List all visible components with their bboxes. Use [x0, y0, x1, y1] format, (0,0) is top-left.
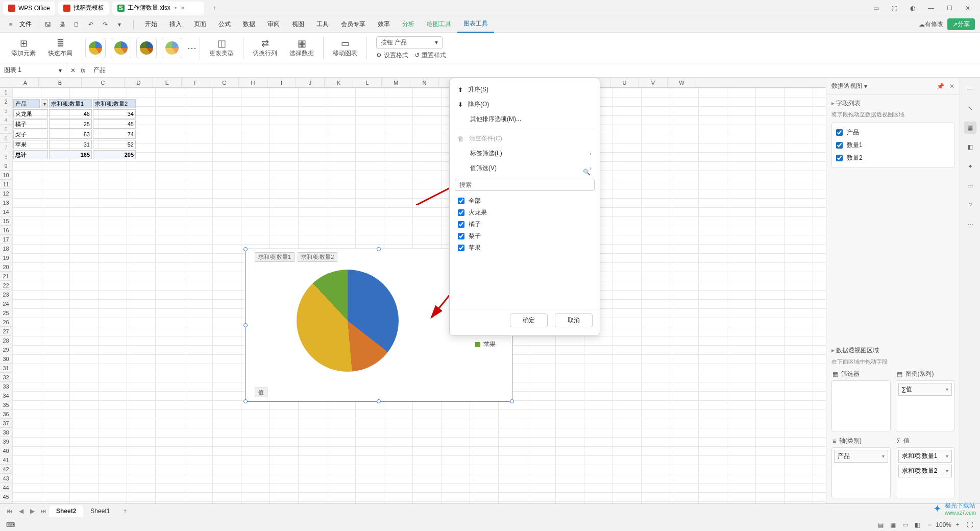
menu-page[interactable]: 页面: [188, 16, 212, 33]
menu-start[interactable]: 开始: [139, 16, 163, 33]
undo-icon[interactable]: ↶: [85, 19, 96, 30]
select-all-corner[interactable]: [0, 78, 12, 87]
resize-handle[interactable]: [243, 247, 248, 251]
row-header[interactable]: 30: [0, 354, 12, 364]
col-header[interactable]: K: [325, 78, 353, 87]
row-header[interactable]: 20: [0, 262, 12, 272]
legend-chip[interactable]: 求和项:数量1: [255, 252, 295, 262]
cell[interactable]: 橘子: [13, 119, 48, 129]
value-chip[interactable]: 值: [255, 388, 267, 397]
move-chart-button[interactable]: ▭移动图表: [333, 38, 357, 58]
close-icon[interactable]: ✕: [949, 83, 954, 90]
more-qat-icon[interactable]: ▾: [114, 19, 125, 30]
filter-option-all[interactable]: 全部: [458, 195, 592, 207]
row-header[interactable]: 31: [0, 364, 12, 373]
menu-tools[interactable]: 工具: [310, 16, 335, 33]
legend-chip[interactable]: 求和项:数量2: [298, 252, 337, 262]
row-header[interactable]: 37: [0, 419, 12, 428]
change-type-button[interactable]: ◫更改类型: [209, 38, 234, 58]
wps-home-tab[interactable]: WPS Office: [3, 2, 55, 15]
row-header[interactable]: 38: [0, 428, 12, 437]
window-layout-icon[interactable]: ▭: [867, 1, 885, 15]
row-header[interactable]: 41: [0, 455, 12, 465]
filter-search-input[interactable]: [455, 179, 595, 191]
row-header[interactable]: 13: [0, 198, 12, 207]
quick-layout-button[interactable]: ≣快速布局: [48, 38, 72, 58]
row-header[interactable]: 5: [0, 125, 12, 134]
resize-handle[interactable]: [377, 247, 381, 251]
col-header[interactable]: B: [39, 78, 82, 87]
checkbox[interactable]: [458, 209, 464, 216]
maximize-button[interactable]: ☐: [940, 1, 959, 15]
chart-style-1[interactable]: [85, 38, 106, 58]
row-header[interactable]: 16: [0, 226, 12, 235]
row-header[interactable]: 46: [0, 501, 12, 503]
chevron-down-icon[interactable]: ▾: [864, 83, 867, 90]
row-header[interactable]: 27: [0, 327, 12, 336]
view-break-icon[interactable]: ▭: [899, 520, 911, 530]
sheet-area[interactable]: A B C document.write(Array.from({length:…: [0, 78, 826, 503]
chevron-down-icon[interactable]: ▾: [946, 387, 948, 392]
select-data-button[interactable]: ▦选择数据: [289, 38, 314, 58]
pie-chart[interactable]: [297, 270, 399, 372]
checkbox[interactable]: [458, 245, 464, 251]
resize-handle[interactable]: [510, 399, 514, 403]
cell[interactable]: 25: [49, 119, 92, 129]
last-sheet-icon[interactable]: ⏭: [38, 505, 49, 517]
area-legend[interactable]: ∑值▾: [896, 380, 955, 431]
cell[interactable]: 31: [49, 140, 92, 149]
fx-icon[interactable]: fx: [81, 67, 85, 74]
menu-drawing[interactable]: 绘图工具: [421, 16, 457, 33]
row-header[interactable]: 17: [0, 235, 12, 244]
button-field-dropdown[interactable]: 按钮 产品▾: [376, 36, 443, 49]
area-item[interactable]: 求和项:数量1▾: [898, 450, 952, 463]
area-filter[interactable]: [831, 380, 891, 431]
area-item[interactable]: ∑值▾: [898, 383, 952, 396]
resize-handle[interactable]: [377, 399, 381, 403]
col-header[interactable]: C: [82, 78, 125, 87]
set-format-button[interactable]: ⚙设置格式: [376, 51, 408, 60]
avatar-icon[interactable]: ◐: [903, 1, 922, 15]
row-header[interactable]: 28: [0, 336, 12, 345]
next-sheet-icon[interactable]: ▶: [27, 505, 38, 517]
modified-indicator[interactable]: ☁ 有修改: [915, 20, 947, 29]
col-header[interactable]: A: [12, 78, 39, 87]
chevron-down-icon[interactable]: ▾: [946, 468, 948, 474]
col-header[interactable]: I: [267, 78, 296, 87]
row-header[interactable]: 19: [0, 253, 12, 262]
share-button[interactable]: ↗ 分享: [947, 18, 975, 30]
name-box[interactable]: 图表 1▾: [0, 63, 66, 77]
style-icon[interactable]: ◧: [964, 141, 976, 153]
cell[interactable]: 34: [93, 109, 136, 118]
reset-style-button[interactable]: ↺重置样式: [414, 51, 446, 60]
col-header[interactable]: N: [410, 78, 439, 87]
col-header[interactable]: E: [153, 78, 182, 87]
filter-option[interactable]: 苹果: [458, 242, 592, 254]
filter-option[interactable]: 橘子: [458, 219, 592, 230]
view-normal-icon[interactable]: ▤: [874, 520, 887, 530]
row-header[interactable]: 23: [0, 290, 12, 299]
menu-view[interactable]: 视图: [286, 16, 310, 33]
add-element-button[interactable]: ⊞添加元素: [11, 38, 36, 58]
view-reader-icon[interactable]: ◧: [911, 520, 923, 530]
menu-chart-tools[interactable]: 图表工具: [457, 16, 494, 33]
row-header[interactable]: 40: [0, 446, 12, 455]
label-filter[interactable]: 标签筛选(L)›: [450, 146, 600, 161]
resize-handle[interactable]: [243, 399, 248, 403]
checkbox[interactable]: [458, 221, 464, 228]
sheet-tab[interactable]: Sheet2: [49, 505, 83, 517]
tab-close-icon[interactable]: ×: [181, 4, 185, 12]
sort-desc[interactable]: ⬇降序(O): [450, 97, 600, 112]
pivot-pane-icon[interactable]: ▦: [964, 122, 976, 134]
menu-formula[interactable]: 公式: [212, 16, 237, 33]
col-header[interactable]: H: [239, 78, 267, 87]
cell-total[interactable]: 总计: [13, 150, 48, 159]
file-menu[interactable]: 文件: [19, 20, 32, 29]
menu-analysis[interactable]: 分析: [396, 16, 421, 33]
cancel-fx-icon[interactable]: ✕: [70, 67, 76, 74]
row-header[interactable]: 29: [0, 345, 12, 354]
row-header[interactable]: 1: [0, 88, 12, 97]
row-header[interactable]: 36: [0, 409, 12, 419]
resize-handle[interactable]: [243, 323, 248, 327]
col-header[interactable]: L: [353, 78, 382, 87]
